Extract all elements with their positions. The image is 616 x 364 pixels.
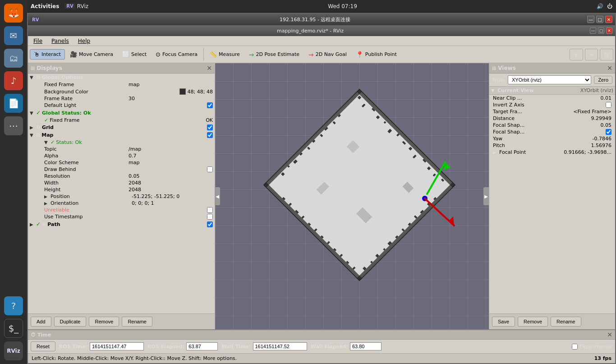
map-unreliable-check[interactable]: [207, 207, 213, 213]
maximize-btn[interactable]: □: [596, 16, 603, 23]
tool-publish-point[interactable]: 📍 Publish Point: [352, 49, 401, 60]
global-options-row[interactable]: ▼ ⚙ Global Options: [28, 74, 215, 81]
tool-nav-goal[interactable]: → 2D Nav Goal: [304, 49, 351, 60]
toolbar-minus[interactable]: −: [585, 49, 598, 60]
ros-time-input[interactable]: [90, 342, 144, 350]
wall-elapsed-input[interactable]: [350, 342, 382, 350]
dock-terminal[interactable]: $_: [4, 319, 23, 338]
activities-label[interactable]: Activities: [31, 3, 59, 9]
focal-shape-fixed-label: Focal Shap...: [493, 129, 606, 135]
right-collapse-arrow[interactable]: ▶: [483, 187, 489, 205]
map-status-check: ✓: [51, 139, 55, 145]
current-view-arrow[interactable]: ▼: [491, 88, 497, 93]
distance-row: Distance 9.29949: [489, 115, 615, 122]
map-alpha-value[interactable]: 0.7: [129, 153, 213, 159]
menu-panels[interactable]: Panels: [48, 37, 73, 45]
dock-writer[interactable]: 📄: [4, 94, 23, 113]
menu-help[interactable]: Help: [74, 37, 94, 45]
volume-icon[interactable]: 🔊: [597, 3, 603, 9]
power-icon[interactable]: ⏻: [607, 3, 612, 9]
tool-interact[interactable]: 🖱 Interact: [30, 49, 65, 60]
dock-firefox[interactable]: 🦊: [4, 4, 23, 23]
map-color-scheme-value[interactable]: map: [129, 160, 213, 166]
focal-shape-size-value[interactable]: 0.05: [601, 122, 612, 128]
toolbar-target[interactable]: ⊙: [600, 49, 613, 60]
grid-arrow[interactable]: ▶: [30, 125, 36, 130]
target-frame-value[interactable]: <Fixed Frame>: [573, 109, 611, 115]
zero-btn[interactable]: Zero: [594, 76, 612, 84]
left-collapse-arrow[interactable]: ◀: [215, 187, 220, 205]
grid-row[interactable]: ▶ ⚙ Grid: [28, 124, 215, 131]
duplicate-btn[interactable]: Duplicate: [54, 317, 87, 327]
time-title: Time: [37, 332, 51, 338]
focus-camera-icon: ⊙: [156, 51, 161, 58]
bg-color-value[interactable]: 48; 48; 48: [188, 89, 213, 95]
invert-z-check[interactable]: [606, 102, 611, 108]
dock-music[interactable]: ♪: [4, 71, 23, 90]
rviz-close-btn[interactable]: ✕: [606, 28, 612, 34]
tool-measure[interactable]: 📏 Measure: [206, 49, 244, 60]
yaw-value[interactable]: -0.7846: [593, 136, 611, 142]
dock-mail[interactable]: ✉: [4, 26, 23, 45]
tool-pose-estimate[interactable]: → 2D Pose Estimate: [245, 49, 303, 60]
tool-select[interactable]: ⬜ Select: [118, 49, 151, 60]
default-light-check[interactable]: [207, 102, 213, 108]
save-view-btn[interactable]: Save: [492, 317, 515, 327]
dock-files[interactable]: 🗂: [4, 49, 23, 68]
rviz-restore-btn[interactable]: □: [598, 28, 604, 34]
path-arrow[interactable]: ▶: [30, 222, 36, 227]
rviz-topbar-label[interactable]: RViz: [77, 3, 88, 9]
dock-help[interactable]: ?: [4, 296, 23, 315]
remove-view-btn[interactable]: Remove: [518, 317, 548, 327]
frame-rate-value[interactable]: 30: [129, 96, 213, 101]
dock-rviz[interactable]: RViz: [4, 341, 23, 360]
path-checkbox[interactable]: [207, 221, 213, 227]
rename-display-btn[interactable]: Rename: [122, 317, 152, 327]
map-orientation-arrow[interactable]: ▶: [44, 201, 51, 206]
map-use-timestamp-check[interactable]: [207, 214, 213, 220]
time-close[interactable]: ✕: [607, 331, 612, 338]
experimental-check[interactable]: [572, 344, 578, 350]
measure-label: Measure: [219, 51, 240, 57]
ros-elapsed-input[interactable]: [186, 342, 218, 350]
global-status-row[interactable]: ▼ ✓ Global Status: Ok: [28, 109, 215, 117]
menu-file[interactable]: File: [30, 37, 46, 45]
wall-time-input[interactable]: [253, 342, 307, 350]
displays-close[interactable]: ✕: [207, 65, 212, 72]
map-orientation-row[interactable]: ▶ Orientation 0; 0; 0; 1: [28, 200, 215, 207]
fixed-frame-value[interactable]: map: [129, 82, 213, 88]
map-header-row[interactable]: ▼ ⊞ Map: [28, 131, 215, 139]
reset-time-btn[interactable]: Reset: [31, 341, 55, 351]
global-options-arrow[interactable]: ▼: [30, 75, 36, 80]
map-topic-value[interactable]: /map: [129, 146, 213, 152]
add-btn[interactable]: Add: [31, 317, 51, 327]
map-check[interactable]: [207, 132, 213, 138]
map-status-row[interactable]: ▼ ✓ Status: Ok: [28, 139, 215, 146]
tool-move-camera[interactable]: 🎥 Move Camera: [66, 49, 117, 60]
minimize-btn[interactable]: —: [587, 16, 594, 23]
toolbar-plus[interactable]: +: [570, 49, 583, 60]
map-status-arrow[interactable]: ▼: [44, 140, 51, 145]
close-btn[interactable]: ✕: [605, 16, 612, 23]
rviz-minimize-btn[interactable]: —: [590, 28, 596, 34]
focal-point-row[interactable]: ▶ Focal Point 0.91666; -3.9698...: [489, 149, 615, 156]
remove-display-btn[interactable]: Remove: [89, 317, 119, 327]
views-type-select[interactable]: XYOrbit (rviz): [508, 75, 591, 84]
rename-view-btn[interactable]: Rename: [551, 317, 581, 327]
focal-shape-fixed-check[interactable]: [606, 129, 611, 135]
tool-focus-camera[interactable]: ⊙ Focus Camera: [152, 49, 202, 60]
views-close[interactable]: ✕: [607, 65, 612, 72]
map-orientation-label: Orientation: [51, 200, 132, 206]
map-position-row[interactable]: ▶ Position -51.225; -51.225; 0: [28, 193, 215, 200]
near-clip-value[interactable]: 0.01: [601, 95, 612, 101]
pitch-value[interactable]: 1.56976: [591, 143, 612, 148]
grid-check[interactable]: [207, 124, 213, 130]
map-position-arrow[interactable]: ▶: [44, 194, 51, 199]
map-arrow[interactable]: ▼: [30, 133, 36, 138]
focal-point-arrow[interactable]: ▶: [493, 150, 499, 155]
global-status-arrow[interactable]: ▼: [30, 111, 36, 115]
distance-value[interactable]: 9.29949: [591, 115, 612, 121]
map-draw-behind-check[interactable]: [207, 166, 213, 172]
dock-apps[interactable]: ⋯: [4, 116, 23, 135]
path-row[interactable]: ▶ ✓ ⊞ Path: [28, 220, 215, 228]
